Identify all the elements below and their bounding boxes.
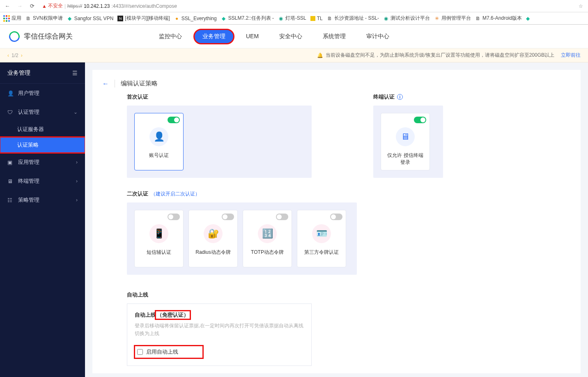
device-icon: 🖥 — [7, 178, 14, 184]
toggle-switch[interactable] — [168, 214, 180, 220]
alert-action-link[interactable]: 立即前往 — [561, 52, 581, 59]
alert-text: 当前设备磁盘空间不足，为防止影响系统升级/恢复出厂设置等功能使用，请将磁盘空间扩… — [326, 52, 554, 59]
reload-button[interactable]: ⟳ — [27, 1, 37, 11]
bookmark-item[interactable]: ◉灯塔-SSL — [278, 15, 306, 22]
sidebar-title: 业务管理 ☰ — [0, 62, 85, 84]
toggle-switch[interactable] — [168, 117, 180, 123]
bookmark-item[interactable]: ✳用例管理平台 — [434, 15, 471, 22]
browser-nav-bar: ← → ⟳ ▲ 不安全 | https://10.242.1.23:4433/#… — [0, 0, 588, 12]
chevron-right-icon: › — [76, 178, 78, 184]
card-radius-token[interactable]: 🔐 Radius动态令牌 — [188, 210, 238, 267]
app-icon: ▣ — [7, 159, 14, 166]
thirdparty-icon: 🪪 — [312, 224, 331, 243]
toggle-switch[interactable] — [222, 214, 234, 220]
bookmark-star-icon[interactable]: ☆ — [579, 3, 583, 9]
app-header: 零信任综合网关 监控中心 业务管理 UEM 安全中心 系统管理 审计中心 — [0, 25, 588, 48]
topnav-business[interactable]: 业务管理 — [194, 30, 234, 44]
auto-online-heading: 自动上线（免密认证） — [135, 311, 304, 319]
file-icon: 🗎 — [475, 16, 481, 21]
person-icon: 👤 — [149, 127, 168, 146]
policy-icon: ☷ — [7, 197, 14, 203]
sidebar-item-user[interactable]: 👤 用户管理 — [0, 84, 85, 103]
topnav-monitor[interactable]: 监控中心 — [151, 30, 190, 44]
toggle-switch[interactable] — [276, 214, 288, 220]
url-host: 10.242.1.23 — [84, 3, 110, 9]
sidebar-item-device[interactable]: 🖥 终端管理 › — [0, 172, 85, 191]
top-nav: 监控中心 业务管理 UEM 安全中心 系统管理 审计中心 — [151, 30, 397, 44]
apps-label: 应用 — [11, 15, 21, 22]
second-auth-panel: 📱 短信辅认证 🔐 Radius动态令牌 🔢 TOTP动态令牌 — [127, 202, 357, 275]
bell-icon: 🔔 — [317, 53, 323, 58]
bookmark-item[interactable]: 🗎长沙资源地址 - SSL- — [327, 15, 379, 22]
page-panel: ← 编辑认证策略 首次认证 👤 账号认证 — [92, 70, 581, 373]
sms-icon: 📱 — [149, 224, 168, 243]
bookmark-item[interactable]: 🗎SVN权限申请 — [25, 15, 63, 22]
card-label: TOTP动态令牌 — [251, 249, 284, 256]
sidebar-item-label: 认证管理 — [18, 108, 39, 116]
bookmark-item[interactable]: TL — [310, 16, 323, 21]
bookmark-item[interactable]: ◉测试分析设计平台 — [383, 15, 430, 22]
url-path: :4433/#/service/authCompose — [111, 3, 177, 9]
sidebar-item-policy[interactable]: ☷ 策略管理 › — [0, 191, 85, 209]
back-arrow-icon[interactable]: ← — [102, 80, 109, 87]
section-title-first-auth: 首次认证 — [127, 93, 312, 101]
toggle-switch[interactable] — [414, 117, 426, 123]
card-trusted-terminal[interactable]: 🖥 仅允许 授信终端登录 — [381, 113, 430, 170]
apps-grid-icon — [3, 15, 10, 22]
shield-icon: 🛡 — [7, 109, 14, 115]
site-icon: ● — [174, 16, 180, 21]
bookmark-item[interactable]: N[模块学习][移动终端] — [117, 15, 170, 22]
section-title-auto-online: 自动上线 — [127, 291, 571, 299]
info-icon[interactable]: i — [397, 94, 403, 100]
chevron-right-icon: › — [76, 197, 78, 203]
sidebar-sub-auth-server[interactable]: 认证服务器 — [0, 122, 85, 137]
bookmark-item[interactable]: ●SSL_Everything — [174, 16, 217, 21]
enable-auto-online-checkbox[interactable]: 启用自动上线 — [137, 348, 178, 356]
card-sms-auth[interactable]: 📱 短信辅认证 — [134, 210, 184, 267]
sidebar-item-app[interactable]: ▣ 应用管理 › — [0, 153, 85, 172]
topnav-uem[interactable]: UEM — [238, 30, 267, 44]
bookmark-more[interactable]: ◆ — [526, 16, 530, 21]
section-hint: （建议开启二次认证） — [151, 191, 200, 198]
sidebar-sub-auth-policy[interactable]: 认证策略 — [0, 137, 85, 153]
chevron-down-icon: ⌄ — [74, 109, 78, 115]
site-icon — [310, 16, 315, 21]
url-scheme: https:// — [67, 3, 82, 9]
topnav-audit[interactable]: 审计中心 — [358, 30, 397, 44]
devices-icon: 🖥 — [396, 127, 415, 146]
file-icon: 🗎 — [25, 16, 31, 21]
bookmark-item[interactable]: 🗎M7.6-Android版本 — [475, 15, 522, 22]
topnav-system[interactable]: 系统管理 — [315, 30, 354, 44]
bookmark-item[interactable]: ◆SSLM7.2::任务列表 - — [221, 15, 274, 22]
sidebar-item-label: 终端管理 — [18, 177, 39, 185]
sidebar-collapse-icon[interactable]: ☰ — [72, 70, 78, 76]
topnav-security[interactable]: 安全中心 — [271, 30, 310, 44]
card-label: 账号认证 — [149, 152, 169, 159]
chevron-right-icon: › — [76, 159, 78, 165]
card-totp-token[interactable]: 🔢 TOTP动态令牌 — [243, 210, 292, 267]
site-icon: ✳ — [434, 16, 440, 21]
card-account-auth[interactable]: 👤 账号认证 — [134, 113, 184, 170]
forward-button[interactable]: → — [15, 1, 25, 11]
terminal-auth-panel: 🖥 仅允许 授信终端登录 — [373, 106, 443, 178]
brand-name: 零信任综合网关 — [24, 32, 73, 41]
site-icon: ◆ — [67, 16, 73, 21]
back-button[interactable]: ← — [2, 1, 12, 11]
sidebar-item-label: 应用管理 — [18, 159, 39, 166]
site-icon: ◉ — [278, 16, 284, 21]
card-label: 仅允许 授信终端登录 — [385, 152, 425, 166]
checkbox-label: 启用自动上线 — [146, 348, 178, 356]
alert-pager[interactable]: ‹ 1/2 › — [7, 53, 23, 58]
brand: 零信任综合网关 — [9, 31, 73, 42]
file-icon: 🗎 — [327, 16, 333, 21]
toggle-switch[interactable] — [330, 214, 342, 220]
sidebar-item-auth[interactable]: 🛡 认证管理 ⌄ — [0, 103, 85, 122]
card-thirdparty-token[interactable]: 🪪 第三方令牌认证 — [297, 210, 346, 267]
checkbox-input[interactable] — [137, 349, 143, 355]
address-bar[interactable]: ▲ 不安全 | https://10.242.1.23:4433/#/servi… — [39, 2, 586, 11]
sidebar-item-label: 策略管理 — [18, 196, 39, 204]
page-title: 编辑认证策略 — [115, 80, 158, 87]
user-icon: 👤 — [7, 90, 14, 97]
bookmark-item[interactable]: ◆Sangfor SSL VPN — [67, 16, 114, 21]
apps-button[interactable]: 应用 — [3, 15, 21, 22]
